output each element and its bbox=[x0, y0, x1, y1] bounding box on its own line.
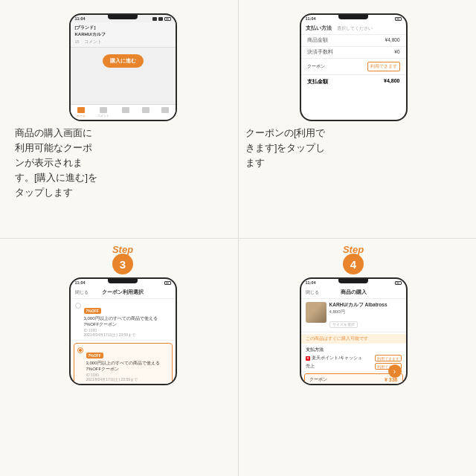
step4-label: Step 4 bbox=[343, 244, 364, 274]
p4-title: 商品の購入 bbox=[341, 289, 367, 296]
p4-sale-row: 売上 利用できます bbox=[306, 363, 402, 370]
p1-tab-search[interactable] bbox=[122, 107, 129, 118]
p1-tabs: ホーム コメント bbox=[71, 104, 176, 120]
quadrant-step1: 11:04 [ブランド]KARHU/カルフ 15 bbox=[7, 7, 238, 238]
p4-size-select[interactable]: サイズを選択 bbox=[329, 321, 358, 328]
p4-coupon-label: クーポン bbox=[309, 376, 327, 383]
p2-title: 支払い方法 選択してください bbox=[301, 22, 406, 35]
p1-tab-home-label: ホーム bbox=[77, 114, 86, 118]
home-icon bbox=[77, 107, 85, 113]
battery-icon-3 bbox=[164, 281, 171, 285]
p4-payment-title: 支払方法 bbox=[306, 347, 402, 353]
p4-price: 4,800円 bbox=[329, 309, 387, 315]
p2-total-value: ¥4,800 bbox=[384, 78, 399, 86]
p1-comment-label: コメント bbox=[84, 39, 102, 45]
step2-description: クーポンの[利用できます]をタップします bbox=[245, 126, 461, 170]
search-icon-tab bbox=[122, 107, 129, 113]
p1-tab-mypage[interactable] bbox=[142, 107, 149, 118]
phone-notch-4 bbox=[338, 279, 368, 283]
phone-mockup-4: 11:04 閉じる 商品の購入 閉じる bbox=[300, 277, 408, 385]
p2-value-product: ¥4,800 bbox=[385, 37, 400, 44]
p3-coupon-date-1: 2021年04月17日(土) 23:59まで bbox=[84, 332, 171, 337]
quadrant-step3: Step 3 11:04 閉じる クーポン利用選択 bbox=[7, 238, 238, 469]
p2-total-label: 支払金額 bbox=[307, 78, 328, 86]
p4-rakuten-option: R 楽天ポイント/キャッシュ bbox=[306, 356, 362, 361]
p4-close-btn[interactable]: 閉じる bbox=[306, 289, 319, 296]
wifi-icon-1 bbox=[158, 17, 163, 21]
p3-coupon-text-2: 3,000円以上のすべての商品で使える7%OFFクーポン bbox=[86, 360, 169, 373]
p1-like-count: 15 bbox=[75, 39, 80, 45]
p4-spacer: 閉じる bbox=[388, 289, 402, 296]
quadrant-step4: Step 4 11:04 閉じる 商品の購入 閉 bbox=[238, 238, 469, 469]
p2-label-product: 商品金額 bbox=[307, 37, 328, 44]
p4-product-section: KARHU/カルフ Albatross 4,800円 サイズを選択 bbox=[301, 299, 406, 332]
battery-icon-1 bbox=[164, 17, 171, 21]
p2-row-product: 商品金額 ¥4,800 bbox=[301, 35, 406, 47]
p3-header: 閉じる クーポン利用選択 閉じる bbox=[71, 286, 176, 299]
p3-coupon-item-1[interactable]: 7%OFF 3,000円以上のすべての商品で使える7%OFFクーポン ID:10… bbox=[71, 299, 176, 341]
status-time-1: 11:04 bbox=[75, 16, 86, 21]
status-time-3: 11:04 bbox=[75, 280, 86, 285]
p4-shoe-image bbox=[306, 302, 327, 323]
p2-coupon-available-btn[interactable]: 利用できます bbox=[367, 62, 400, 71]
p1-tab-home[interactable]: ホーム bbox=[77, 107, 86, 118]
p3-spacer: 閉じる bbox=[158, 289, 171, 296]
status-icons-4 bbox=[395, 281, 402, 285]
phone-mockup-2: 11:04 支払い方法 選択してください 商品金額 ¥4,800 決済手数料 bbox=[300, 13, 408, 121]
p4-header: 閉じる 商品の購入 閉じる bbox=[301, 286, 406, 299]
battery-icon-4 bbox=[395, 281, 402, 285]
vertical-divider bbox=[238, 0, 239, 476]
main-container: 11:04 [ブランド]KARHU/カルフ 15 bbox=[0, 0, 476, 476]
p4-coupon-section[interactable]: クーポン ¥ 336 bbox=[304, 373, 403, 384]
p2-coupon-row: クーポン 利用できます bbox=[301, 59, 406, 74]
step3-label: Step 3 bbox=[112, 244, 133, 274]
p4-brand-name: KARHU/カルフ Albatross bbox=[329, 302, 387, 309]
p2-coupon-text: クーポン bbox=[307, 63, 325, 70]
comment-icon bbox=[100, 107, 107, 113]
p1-header: [ブランド]KARHU/カルフ 15 コメント bbox=[71, 22, 176, 48]
status-icons-1 bbox=[152, 17, 171, 21]
p3-coupon-1-content: 7%OFF 3,000円以上のすべての商品で使える7%OFFクーポン ID:10… bbox=[84, 302, 171, 337]
p3-radio-1 bbox=[75, 303, 81, 309]
phone-screen-2: 11:04 支払い方法 選択してください 商品金額 ¥4,800 決済手数料 bbox=[301, 15, 406, 120]
phone-screen-4: 11:04 閉じる 商品の購入 閉じる bbox=[301, 279, 406, 384]
p2-total-row: 支払金額 ¥4,800 bbox=[301, 74, 406, 89]
status-icons-2 bbox=[395, 17, 402, 21]
buy-button[interactable]: 購入に進む bbox=[103, 54, 144, 68]
p1-brand: [ブランド]KARHU/カルフ bbox=[75, 25, 171, 38]
mypage-icon bbox=[142, 107, 149, 113]
p1-buy-area: 購入に進む bbox=[71, 48, 176, 74]
p1-tab-comment[interactable]: コメント bbox=[97, 107, 109, 118]
signal-icon-1 bbox=[152, 17, 157, 21]
step4-number: 4 bbox=[343, 254, 364, 274]
p3-coupon-date-2: 2021年04月17日(土) 23:59まで bbox=[86, 377, 169, 382]
p3-coupon-item-2-highlighted[interactable]: 7%OFF 3,000円以上のすべての商品で使える7%OFFクーポン ID:10… bbox=[74, 343, 173, 384]
p4-rakuten-available[interactable]: 利用できます bbox=[375, 355, 402, 361]
p4-rakuten-text: 楽天ポイント/キャッシュ bbox=[312, 356, 362, 361]
bell-icon bbox=[161, 107, 169, 113]
p4-product-info: KARHU/カルフ Albatross 4,800円 サイズを選択 bbox=[329, 302, 387, 329]
phone-notch-3 bbox=[108, 279, 138, 283]
battery-icon-2 bbox=[395, 17, 402, 21]
p4-sale-label: 売上 bbox=[306, 364, 315, 369]
phone-notch-2 bbox=[338, 15, 368, 19]
step1-description: 商品の購入画面に利用可能なクーポンが表示されます。[購入に進む]をタップします bbox=[15, 126, 231, 200]
p1-tab-bell[interactable] bbox=[161, 107, 169, 118]
status-time-4: 11:04 bbox=[306, 280, 316, 285]
p4-rakuten-row: R 楽天ポイント/キャッシュ 利用できます bbox=[306, 355, 402, 361]
p3-radio-2-selected bbox=[77, 347, 83, 353]
p4-coupon-value: ¥ 336 bbox=[385, 377, 398, 382]
p2-select-hint: 選択してください bbox=[337, 26, 373, 30]
scroll-up-button[interactable]: › bbox=[388, 364, 402, 378]
p1-nav: 15 コメント bbox=[75, 39, 171, 45]
step3-number: 3 bbox=[112, 254, 133, 274]
p3-title: クーポン利用選択 bbox=[102, 289, 144, 296]
status-icons-3 bbox=[164, 281, 171, 285]
p3-coupon-tag-1: 7%OFF bbox=[84, 308, 101, 314]
p2-label-fee: 決済手数料 bbox=[307, 49, 333, 56]
p3-close-btn[interactable]: 閉じる bbox=[75, 289, 89, 296]
p4-notice: この商品はすぐに購入可能です bbox=[301, 334, 406, 344]
p3-coupon-text-1: 3,000円以上のすべての商品で使える7%OFFクーポン bbox=[84, 315, 171, 328]
p2-row-fee: 決済手数料 ¥0 bbox=[301, 47, 406, 59]
rakuten-badge: R bbox=[306, 356, 311, 361]
